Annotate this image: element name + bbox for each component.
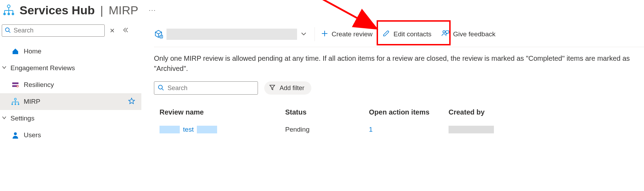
scope-selector[interactable] — [154, 29, 307, 40]
svg-point-13 — [14, 98, 16, 100]
cell-open-items[interactable]: 1 — [369, 126, 449, 133]
page-header: Services Hub | MIRP ··· — [0, 0, 644, 24]
sidebar-item-settings[interactable]: Settings — [0, 110, 141, 127]
edit-contacts-button[interactable]: Edit contacts — [377, 28, 436, 41]
table-search-input[interactable] — [168, 85, 254, 92]
svg-point-19 — [12, 103, 13, 105]
svg-rect-24 — [160, 35, 163, 38]
main-content: Create review Edit contacts Give feedbac… — [141, 24, 644, 191]
cell-created-by — [449, 126, 532, 134]
toolbar: Create review Edit contacts Give feedbac… — [154, 27, 644, 47]
sidebar-item-resiliency[interactable]: Resiliency — [0, 76, 141, 93]
svg-point-6 — [3, 13, 6, 15]
filter-icon — [269, 84, 275, 92]
filter-row: Add filter — [154, 81, 644, 95]
sidebar-item-label: Home — [24, 47, 42, 55]
collapse-sidebar-button[interactable] — [122, 27, 129, 35]
col-header-name[interactable]: Review name — [160, 108, 285, 116]
button-label: Create review — [332, 30, 372, 38]
user-icon — [10, 130, 20, 140]
more-button[interactable]: ··· — [149, 7, 156, 14]
mirp-icon — [10, 97, 20, 106]
cell-status: Pending — [285, 126, 369, 133]
button-label: Give feedback — [453, 30, 495, 38]
sidebar-item-label: MIRP — [24, 98, 40, 105]
resiliency-icon — [10, 80, 20, 90]
sidebar-search[interactable] — [2, 24, 105, 37]
pencil-icon — [382, 30, 390, 39]
svg-point-22 — [14, 132, 17, 135]
svg-point-8 — [12, 13, 14, 15]
review-link[interactable]: test — [183, 126, 194, 133]
svg-point-9 — [6, 28, 9, 31]
app-icon — [1, 3, 16, 17]
feedback-icon — [441, 30, 450, 39]
sidebar-item-engagement-reviews[interactable]: Engagement Reviews — [0, 60, 141, 76]
cell-review-name[interactable]: test — [160, 126, 285, 134]
svg-rect-11 — [12, 82, 18, 84]
button-label: Edit contacts — [393, 30, 431, 38]
clear-search-button[interactable]: ✕ — [110, 27, 115, 35]
sidebar-item-label: Settings — [10, 115, 35, 122]
package-icon — [154, 29, 163, 39]
sidebar-nav: Home Engagement Reviews Resiliency — [0, 43, 141, 144]
svg-point-7 — [8, 13, 10, 15]
title-sep: | — [100, 3, 103, 17]
chevron-down-icon — [301, 31, 307, 38]
description-text: Only one MIRP review is allowed pending … — [154, 47, 643, 74]
page-title: Services Hub | MIRP — [20, 3, 138, 17]
redacted-text — [160, 126, 180, 133]
plus-icon — [321, 30, 328, 39]
search-icon — [158, 85, 164, 92]
button-label: Add filter — [280, 85, 304, 92]
svg-point-0 — [7, 5, 10, 8]
create-review-button[interactable]: Create review — [316, 28, 377, 41]
svg-point-31 — [158, 85, 162, 89]
reviews-table: Review name Status Open action items Cre… — [154, 104, 644, 139]
redacted-text — [449, 126, 494, 133]
sidebar-search-input[interactable] — [14, 27, 102, 34]
table-header: Review name Status Open action items Cre… — [154, 104, 644, 120]
search-icon — [5, 27, 11, 34]
svg-point-20 — [15, 103, 16, 105]
favorite-star-icon[interactable] — [128, 97, 135, 106]
col-header-created[interactable]: Created by — [449, 108, 532, 116]
sidebar-item-label: Users — [24, 131, 41, 139]
title-sub: MIRP — [109, 3, 138, 17]
svg-line-32 — [162, 89, 164, 90]
svg-point-21 — [18, 103, 20, 105]
sidebar-item-label: Resiliency — [24, 81, 54, 89]
add-filter-button[interactable]: Add filter — [264, 81, 311, 95]
svg-rect-30 — [446, 31, 449, 33]
svg-point-29 — [443, 30, 445, 32]
scope-value-redacted — [166, 29, 297, 40]
sidebar: ✕ Home Engagement Reviews — [0, 24, 141, 191]
sidebar-item-home[interactable]: Home — [0, 43, 141, 60]
col-header-open[interactable]: Open action items — [369, 108, 449, 116]
table-row[interactable]: test Pending 1 — [154, 120, 644, 139]
sidebar-item-mirp[interactable]: MIRP — [0, 93, 141, 110]
sidebar-item-label: Engagement Reviews — [10, 64, 75, 72]
chevron-down-icon — [1, 64, 9, 72]
give-feedback-button[interactable]: Give feedback — [436, 28, 500, 41]
svg-line-10 — [9, 31, 10, 32]
chevron-down-icon — [1, 115, 9, 122]
divider — [314, 27, 315, 41]
home-icon — [10, 46, 20, 56]
title-main: Services Hub — [20, 3, 95, 17]
redacted-text — [197, 126, 217, 133]
sidebar-item-users[interactable]: Users — [0, 127, 141, 144]
table-search[interactable] — [154, 81, 258, 95]
col-header-status[interactable]: Status — [285, 108, 369, 116]
